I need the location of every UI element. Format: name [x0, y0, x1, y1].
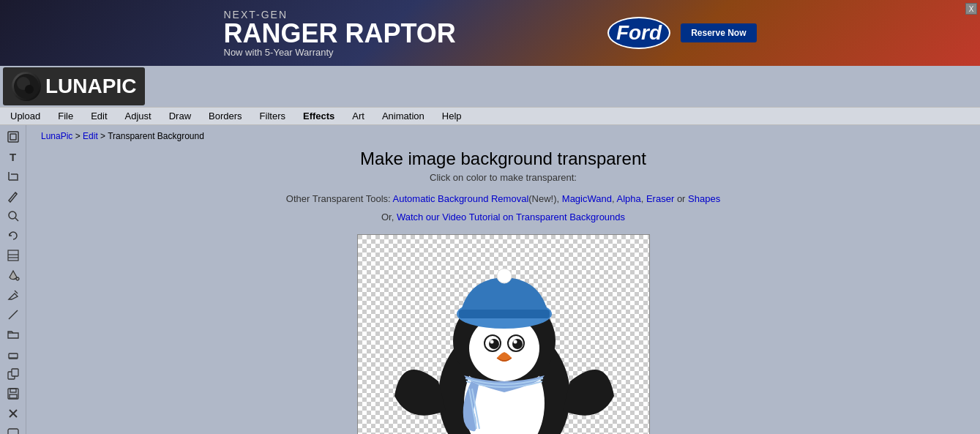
svg-rect-39	[459, 310, 550, 318]
ad-close-button[interactable]: X	[965, 3, 977, 15]
video-prefix: Or,	[381, 212, 397, 222]
select-tool[interactable]	[4, 128, 23, 146]
eraser-tool[interactable]	[4, 345, 23, 363]
nav-effects[interactable]: Effects	[294, 108, 343, 124]
nav-animation[interactable]: Animation	[373, 108, 433, 124]
breadcrumb-sep2: >	[98, 131, 108, 141]
video-line: Or, Watch our Video Tutorial on Transpar…	[41, 212, 965, 222]
crop-tool[interactable]	[4, 168, 23, 185]
breadcrumb-edit[interactable]: Edit	[83, 131, 98, 141]
svg-line-9	[15, 192, 17, 194]
svg-point-40	[497, 269, 512, 283]
nav-art[interactable]: Art	[343, 108, 373, 124]
pencil-tool[interactable]	[4, 187, 23, 205]
content-area: LunaPic > Edit > Transparent Background …	[26, 125, 980, 434]
svg-rect-12	[8, 250, 18, 261]
page-subtitle: Click on color to make transparent:	[41, 172, 965, 183]
svg-point-15	[16, 277, 19, 280]
nav-adjust[interactable]: Adjust	[116, 108, 160, 124]
tools-or: or	[677, 193, 686, 204]
svg-line-16	[15, 291, 18, 293]
nav-edit[interactable]: Edit	[82, 108, 116, 124]
auto-remove-link[interactable]: Automatic Background Removal	[393, 193, 529, 204]
video-tutorial-link[interactable]: Watch our Video Tutorial on Transparent …	[397, 212, 625, 222]
close-tool[interactable]	[4, 405, 23, 422]
dropper-tool[interactable]	[4, 286, 23, 304]
breadcrumb: LunaPic > Edit > Transparent Background	[41, 131, 965, 141]
rotate-tool[interactable]	[4, 227, 23, 244]
fill-tool[interactable]	[4, 266, 23, 284]
breadcrumb-home[interactable]: LunaPic	[41, 131, 72, 141]
ad-product-name: RANGER RAPTOR	[224, 20, 456, 47]
nav-help[interactable]: Help	[433, 108, 471, 124]
breadcrumb-sep1: >	[72, 131, 83, 141]
svg-point-45	[490, 340, 493, 344]
svg-line-17	[9, 310, 18, 319]
eraser-link[interactable]: Eraser	[646, 193, 674, 204]
svg-point-43	[489, 339, 499, 349]
penguin-image	[358, 235, 650, 434]
shapes-link[interactable]: Shapes	[688, 193, 720, 204]
zoom-tool[interactable]	[4, 207, 23, 225]
nav-borders[interactable]: Borders	[200, 108, 251, 124]
grid-tool[interactable]	[4, 247, 23, 264]
main-layout: T	[0, 125, 980, 434]
text-tool[interactable]: T	[4, 148, 23, 165]
left-toolbar: T	[0, 125, 26, 434]
reserve-button[interactable]: Reserve Now	[681, 23, 756, 42]
open-folder-tool[interactable]	[4, 326, 23, 343]
tools-prefix: Other Transparent Tools:	[286, 193, 393, 204]
svg-rect-25	[10, 394, 17, 398]
clone-tool[interactable]	[4, 365, 23, 383]
logo[interactable]: LUNAPIC	[3, 67, 145, 105]
penguin-canvas[interactable]	[358, 235, 650, 434]
speech-tool[interactable]	[4, 424, 23, 434]
svg-point-2	[25, 85, 34, 94]
svg-rect-28	[8, 429, 18, 434]
svg-point-44	[512, 339, 523, 349]
svg-rect-24	[10, 389, 16, 392]
nav-filters[interactable]: Filters	[251, 108, 294, 124]
ford-logo-text: Ford	[607, 17, 670, 49]
nav-upload[interactable]: Upload	[1, 108, 49, 124]
svg-line-11	[15, 218, 18, 221]
page-title: Make image background transparent	[41, 149, 965, 169]
nav-bar: Upload File Edit Adjust Draw Borders Fil…	[0, 107, 980, 125]
nav-file[interactable]: File	[49, 108, 82, 124]
svg-point-10	[9, 212, 16, 219]
svg-rect-4	[10, 134, 16, 140]
tools-line: Other Transparent Tools: Automatic Backg…	[41, 193, 965, 204]
logo-bar: LUNAPIC	[0, 66, 980, 107]
alpha-link[interactable]: Alpha	[616, 193, 640, 204]
svg-rect-3	[8, 132, 18, 142]
save-tool[interactable]	[4, 385, 23, 403]
image-canvas[interactable]	[357, 234, 650, 434]
svg-point-46	[513, 340, 517, 344]
nav-draw[interactable]: Draw	[160, 108, 200, 124]
brand-name: LUNAPIC	[45, 75, 136, 98]
breadcrumb-current: Transparent Background	[108, 131, 204, 141]
svg-rect-22	[12, 369, 18, 376]
magic-wand-link[interactable]: MagicWand	[562, 193, 612, 204]
logo-icon	[12, 72, 41, 101]
line-tool[interactable]	[4, 306, 23, 323]
ad-warranty: Now with 5-Year Warranty	[224, 47, 456, 58]
ad-banner: NEXT-GEN RANGER RAPTOR Now with 5-Year W…	[0, 0, 980, 66]
auto-suffix: (New!)	[528, 193, 556, 204]
